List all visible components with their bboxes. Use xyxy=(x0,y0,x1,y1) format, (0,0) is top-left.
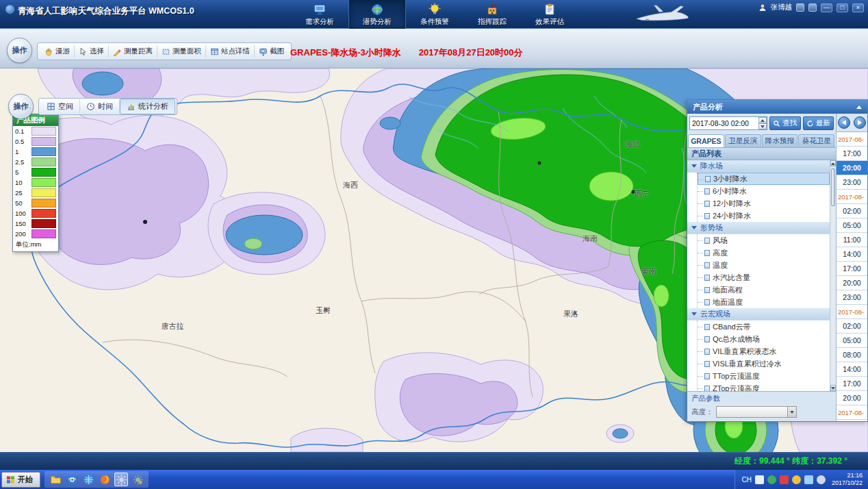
tree-item-wind-field[interactable]: 风场 xyxy=(698,234,830,247)
scroll-up-icon[interactable] xyxy=(830,160,836,166)
operate-button[interactable]: 操作 xyxy=(7,38,32,63)
tree-item-height[interactable]: 高度 xyxy=(698,247,830,259)
time-list-item[interactable]: 20:00 xyxy=(837,276,867,290)
tools-app-icon[interactable] xyxy=(131,473,144,486)
tree-item-vil-liquid-water[interactable]: VIL垂直累积液态水 xyxy=(698,345,830,358)
time-list-item[interactable]: 02:00 xyxy=(837,319,867,334)
view-tab-time[interactable]: 时间 xyxy=(80,99,120,114)
datetime-input[interactable]: 2017-08-30 02:00 xyxy=(689,116,767,130)
legend-row: 5 xyxy=(13,167,58,177)
tree-item-ttop-cloud-temp[interactable]: TTop云顶温度 xyxy=(698,370,830,382)
tree-item-6h-precip[interactable]: 6小时降水 xyxy=(698,185,830,197)
nav-item-effect-evaluation[interactable]: 效果评估 xyxy=(521,0,578,29)
ime-tray-icon[interactable] xyxy=(755,475,764,484)
language-indicator[interactable]: CH xyxy=(742,476,752,484)
tree-item-cband-cloud[interactable]: CBand云带 xyxy=(698,321,830,333)
globe-browser-icon[interactable] xyxy=(81,473,95,486)
minimize-button[interactable]: — xyxy=(821,3,832,12)
update-tray-icon[interactable] xyxy=(792,475,801,484)
tree-group-precipitation-field[interactable]: 降水场 xyxy=(687,160,830,173)
select-button[interactable]: 选择 xyxy=(75,45,109,58)
tree-item-surface-temperature[interactable]: 地面温度 xyxy=(698,296,830,308)
time-list-item[interactable]: 17:00 xyxy=(837,262,867,276)
tab-satellite-retrieval[interactable]: 卫星反演 xyxy=(725,134,761,147)
datetime-spinner xyxy=(758,117,767,129)
nav-item-label: 条件预警 xyxy=(420,17,449,27)
tree-item-water-vapor-ratio[interactable]: 水汽比含量 xyxy=(698,271,830,284)
tree-item-visl-supercooled-water[interactable]: VISL垂直累积过冷水 xyxy=(698,358,830,370)
time-list-date[interactable]: 2017-08- xyxy=(837,305,867,319)
theme-icon[interactable] xyxy=(796,3,804,12)
tree-scrollbar[interactable] xyxy=(830,160,836,391)
start-button[interactable]: 开始 xyxy=(1,472,40,488)
message-tray-icon[interactable] xyxy=(780,475,789,484)
latest-button[interactable]: 最新 xyxy=(803,116,834,130)
time-list-item[interactable]: 05:00 xyxy=(837,334,867,348)
close-button[interactable]: × xyxy=(852,3,864,12)
tree-group-situation-field[interactable]: 形势场 xyxy=(687,222,830,234)
help-icon[interactable] xyxy=(808,3,817,12)
time-list-item[interactable]: 20:00 xyxy=(837,391,867,405)
tree-group-cloud-macro-field[interactable]: 云宏观场 xyxy=(687,308,830,321)
time-next-button[interactable] xyxy=(854,116,866,129)
antivirus-tray-icon[interactable] xyxy=(767,475,776,484)
spinner-down-icon[interactable] xyxy=(758,123,767,129)
tab-grapes[interactable]: GRAPES xyxy=(688,134,724,147)
tree-item-temperature[interactable]: 温度 xyxy=(698,259,830,271)
height-select[interactable] xyxy=(716,406,797,418)
time-list-item[interactable]: 23:00 xyxy=(837,175,867,190)
internet-explorer-icon[interactable] xyxy=(65,473,79,486)
tree-item-12h-precip[interactable]: 12小时降水 xyxy=(698,197,830,210)
globe-icon xyxy=(370,3,384,16)
time-list-item[interactable]: 23:00 xyxy=(837,290,867,305)
time-list-item[interactable]: 11:00 xyxy=(837,233,867,247)
time-list-date[interactable]: 2017-08- xyxy=(837,132,867,147)
time-list-item[interactable]: 17:00 xyxy=(837,377,867,391)
pan-button[interactable]: 漫游 xyxy=(40,45,75,58)
collapse-panel-icon[interactable] xyxy=(856,105,862,109)
nav-item-condition-warning[interactable]: 条件预警 xyxy=(406,0,463,29)
nav-item-potential-analysis[interactable]: 潜势分析 xyxy=(348,0,406,29)
time-list-date[interactable]: 2017-08- xyxy=(837,190,867,204)
legend-swatch xyxy=(31,127,56,136)
time-list-item[interactable]: 02:00 xyxy=(837,204,867,218)
status-bar: 经度：99.444 ° 纬度：37.392 ° xyxy=(0,452,868,470)
view-tab-space[interactable]: 空间 xyxy=(40,99,80,114)
measure-distance-button[interactable]: 测量距离 xyxy=(109,45,157,58)
scroll-thumb[interactable] xyxy=(831,168,835,206)
snapshot-button[interactable]: 截图 xyxy=(255,45,288,58)
volume-tray-icon[interactable] xyxy=(817,475,826,484)
time-list-item[interactable]: 14:00 xyxy=(837,362,867,377)
tree-item-qc-total-hydrometeor[interactable]: Qc总水成物场 xyxy=(698,333,830,345)
view-tab-statistics[interactable]: 统计分析 xyxy=(120,99,175,114)
scroll-down-icon[interactable] xyxy=(830,385,836,391)
tab-precip-forecast[interactable]: 降水预报 xyxy=(762,134,798,147)
folder-icon[interactable] xyxy=(49,473,62,486)
time-prev-button[interactable] xyxy=(838,116,850,129)
firefox-icon[interactable] xyxy=(98,473,112,486)
tree-item-3h-precip[interactable]: 3小时降水 xyxy=(698,173,830,185)
tree-item-surface-elevation[interactable]: 地面高程 xyxy=(698,284,830,296)
search-icon xyxy=(773,120,780,127)
station-detail-button[interactable]: 站点详情 xyxy=(206,45,255,58)
measure-area-button[interactable]: 测量面积 xyxy=(157,45,206,58)
time-list-item[interactable]: 20:00 xyxy=(837,161,867,175)
legend-row: 50 xyxy=(13,198,58,208)
time-list-date[interactable]: 2017-08- xyxy=(837,405,867,420)
time-list-item[interactable]: 05:00 xyxy=(837,218,867,233)
network-tray-icon[interactable] xyxy=(804,475,813,484)
tree-item-24h-precip[interactable]: 24小时降水 xyxy=(698,210,830,222)
time-list-item[interactable]: 17:00 xyxy=(837,147,867,161)
search-button[interactable]: 查找 xyxy=(769,116,801,130)
maximize-button[interactable]: □ xyxy=(837,3,848,12)
view-operate-button[interactable]: 操作 xyxy=(8,94,34,119)
tab-himawari-satellite[interactable]: 葵花卫星 xyxy=(798,134,834,147)
time-list-item[interactable]: 08:00 xyxy=(837,348,867,362)
tree-item-ztop-cloud-height[interactable]: ZTop云顶高度 xyxy=(698,382,830,391)
spinner-up-icon[interactable] xyxy=(758,117,767,123)
nav-item-command-tracking[interactable]: 指挥跟踪 xyxy=(463,0,521,29)
time-list-item[interactable]: 14:00 xyxy=(837,247,867,262)
gear-app-icon[interactable] xyxy=(114,473,128,486)
nav-item-demand-analysis[interactable]: 需求分析 xyxy=(291,0,348,29)
user-area: 张博越 — □ × xyxy=(758,3,865,12)
